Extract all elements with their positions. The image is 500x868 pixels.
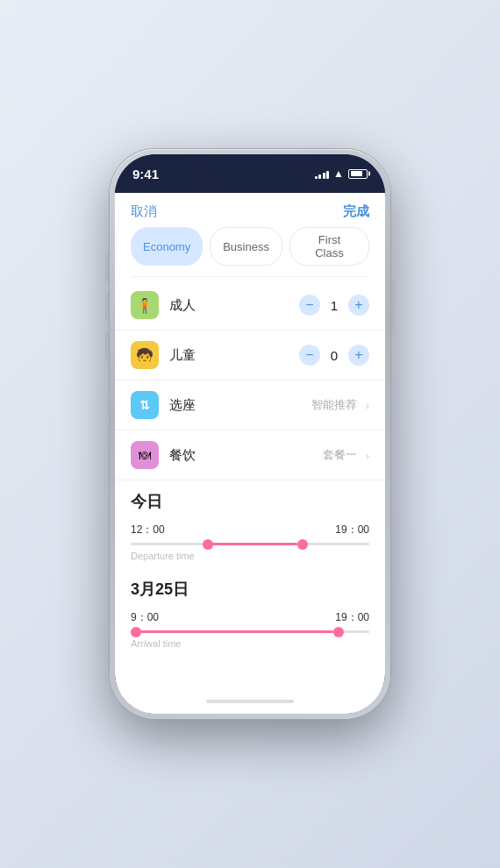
screen-content: 取消 完成 Economy Business First Class 🧍 成人 … — [115, 193, 385, 714]
seat-value: 智能推荐 — [311, 397, 357, 413]
child-counter: − 0 + — [299, 345, 369, 366]
arrival-slider-container: 9：00 19：00 Arriwal time — [115, 610, 385, 656]
meal-value: 套餐一 — [323, 447, 357, 463]
arrival-end-time: 19：00 — [335, 610, 369, 625]
signal-icon — [315, 169, 330, 179]
phone-frame: 9:41 ▲ 取消 完成 Economy Business — [110, 149, 390, 719]
meal-icon: 🍽 — [131, 441, 159, 469]
seat-right: 智能推荐 › — [311, 397, 369, 413]
status-icons: ▲ — [315, 167, 368, 180]
seat-icon: ⇅ — [131, 391, 159, 419]
adult-counter: − 1 + — [299, 295, 369, 316]
home-bar — [206, 700, 294, 703]
arrival-start-time: 9：00 — [131, 610, 159, 625]
meal-row[interactable]: 🍽 餐饮 套餐一 › — [115, 430, 385, 480]
child-label: 儿童 — [169, 347, 299, 364]
departure-slider-fill — [203, 543, 298, 545]
done-button[interactable]: 完成 — [343, 203, 369, 220]
meal-label: 餐饮 — [169, 447, 323, 464]
child-value: 0 — [327, 348, 341, 363]
departure-start-time: 12：00 — [131, 523, 165, 537]
arrival-thumb-right — [333, 627, 344, 637]
child-row: 🧒 儿童 − 0 + — [115, 331, 385, 381]
adult-row: 🧍 成人 − 1 + — [115, 281, 385, 331]
arrival-slider-fill — [131, 630, 333, 633]
nav-bar: 取消 完成 — [115, 193, 385, 227]
arrival-section: 3月25日 — [115, 568, 385, 610]
arrival-time-labels: 9：00 19：00 — [131, 610, 369, 625]
status-time: 9:41 — [132, 167, 159, 181]
seat-row[interactable]: ⇅ 选座 智能推荐 › — [115, 381, 385, 430]
notch — [197, 154, 303, 179]
home-indicator — [115, 689, 385, 714]
departure-slider-track[interactable] — [131, 543, 369, 545]
departure-end-time: 19：00 — [335, 523, 369, 537]
segment-business[interactable]: Business — [210, 227, 282, 266]
meal-right: 套餐一 › — [323, 447, 369, 463]
arrival-label: Arriwal time — [131, 638, 369, 649]
child-icon: 🧒 — [131, 341, 159, 369]
meal-arrow-icon: › — [366, 449, 369, 462]
options-list: 🧍 成人 − 1 + 🧒 儿童 − 0 + — [115, 277, 385, 689]
segment-control: Economy Business First Class — [115, 227, 385, 276]
wifi-icon: ▲ — [333, 167, 344, 180]
cancel-button[interactable]: 取消 — [131, 203, 157, 220]
status-bar: 9:41 ▲ — [115, 154, 385, 193]
arrival-thumb-left — [131, 627, 141, 637]
departure-slider-container: 12：00 19：00 Departure time — [115, 523, 385, 568]
departure-section: 今日 — [115, 480, 385, 523]
departure-thumb-left — [203, 539, 213, 550]
arrival-slider-track[interactable] — [131, 630, 369, 633]
arrival-title: 3月25日 — [131, 579, 369, 600]
battery-icon — [348, 169, 368, 179]
departure-label: Departure time — [131, 551, 369, 561]
adult-increment-button[interactable]: + — [348, 295, 369, 316]
seat-arrow-icon: › — [366, 399, 369, 412]
segment-economy[interactable]: Economy — [131, 227, 203, 266]
phone-screen: 9:41 ▲ 取消 完成 Economy Business — [115, 154, 385, 714]
adult-label: 成人 — [169, 297, 299, 314]
adult-decrement-button[interactable]: − — [299, 295, 320, 316]
departure-title: 今日 — [131, 491, 369, 512]
child-decrement-button[interactable]: − — [299, 345, 320, 366]
adult-icon: 🧍 — [131, 291, 159, 319]
seat-label: 选座 — [169, 397, 311, 414]
child-increment-button[interactable]: + — [348, 345, 369, 366]
departure-time-labels: 12：00 19：00 — [131, 523, 369, 537]
departure-thumb-right — [297, 539, 308, 550]
adult-value: 1 — [327, 298, 341, 313]
segment-firstclass[interactable]: First Class — [289, 227, 369, 266]
